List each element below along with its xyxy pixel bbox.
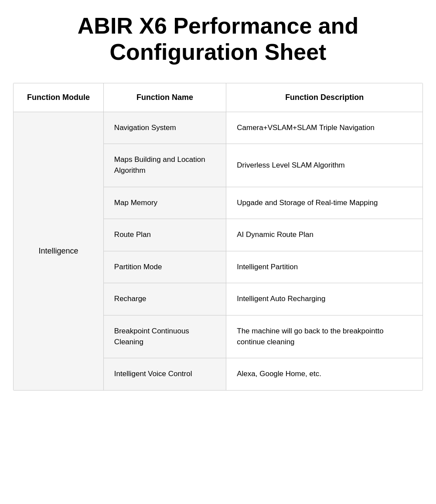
function-name-cell: Intelligent Voice Control <box>103 358 226 390</box>
table-row: IntelligenceNavigation SystemCamera+VSLA… <box>14 112 422 144</box>
function-desc-cell: The machine will go back to the breakpoi… <box>226 315 422 358</box>
function-name-cell: Navigation System <box>103 112 226 144</box>
function-name-cell: Maps Building and Location Algorithm <box>103 144 226 187</box>
function-name-cell: Breakpoint Continuous Cleaning <box>103 315 226 358</box>
function-name-cell: Recharge <box>103 283 226 315</box>
function-desc-cell: Camera+VSLAM+SLAM Triple Navigation <box>226 112 422 144</box>
function-desc-cell: AI Dynamic Route Plan <box>226 219 422 251</box>
table-header-row: Function Module Function Name Function D… <box>14 83 422 112</box>
function-name-cell: Partition Mode <box>103 251 226 283</box>
function-desc-cell: Upgade and Storage of Real-time Mapping <box>226 187 422 219</box>
header-module: Function Module <box>14 83 103 112</box>
header-name: Function Name <box>103 83 226 112</box>
performance-table: Function Module Function Name Function D… <box>14 83 422 390</box>
function-desc-cell: Driverless Level SLAM Algorithm <box>226 144 422 187</box>
function-desc-cell: Intelligent Auto Recharging <box>226 283 422 315</box>
function-desc-cell: Alexa, Google Home, etc. <box>226 358 422 390</box>
function-name-cell: Route Plan <box>103 219 226 251</box>
function-name-cell: Map Memory <box>103 187 226 219</box>
module-cell-intelligence: Intelligence <box>14 112 103 390</box>
header-description: Function Description <box>226 83 422 112</box>
performance-table-wrapper: Function Module Function Name Function D… <box>13 83 423 391</box>
page-title: ABIR X6 Performance and Configuration Sh… <box>22 13 414 65</box>
function-desc-cell: Intelligent Partition <box>226 251 422 283</box>
